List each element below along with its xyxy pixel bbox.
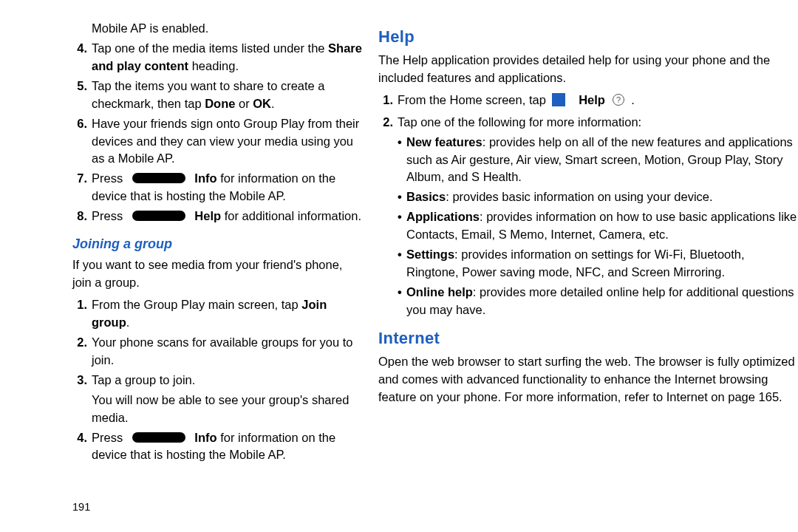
help-question-icon: ? xyxy=(612,93,625,112)
step-text: Your phone scans for available groups fo… xyxy=(92,334,362,369)
step-number: 2. xyxy=(378,114,393,132)
bullet-applications: • Applications: provides information on … xyxy=(378,208,798,244)
apps-grid-icon xyxy=(552,93,565,112)
step-number: 8. xyxy=(72,208,87,225)
page-spread: Mobile AP is enabled. 4. Tap one of the … xyxy=(0,0,798,532)
svg-rect-4 xyxy=(553,98,556,100)
text: Mobile AP is enabled. xyxy=(92,21,208,35)
step-number: 3. xyxy=(72,372,87,389)
step-7: 7. Press Info for information on the dev… xyxy=(72,170,362,205)
mobile-ap-line: Mobile AP is enabled. xyxy=(72,20,362,38)
bullet-mark: • xyxy=(398,208,406,244)
step-number: 4. xyxy=(72,40,87,75)
svg-rect-5 xyxy=(558,98,560,100)
svg-rect-6 xyxy=(562,98,564,100)
step-text: From the Group Play main screen, tap Joi… xyxy=(92,296,362,332)
join-step-3-cont: You will now be able to see your group's… xyxy=(72,392,362,427)
internet-heading: Internet xyxy=(378,327,798,350)
help-intro: The Help application provides detailed h… xyxy=(378,52,798,87)
step-text: Tap a group to join. xyxy=(92,372,362,389)
step-text: Press Info for information on the device… xyxy=(92,429,362,465)
svg-rect-2 xyxy=(558,95,560,97)
step-text: Tap the items you want to share to creat… xyxy=(92,78,362,113)
bullet-mark: • xyxy=(398,134,406,187)
left-column: Mobile AP is enabled. 4. Tap one of the … xyxy=(0,18,362,532)
bullet-new-features: • New features: provides help on all of … xyxy=(378,134,798,187)
menu-key-icon xyxy=(132,173,185,183)
right-column: Help The Help application provides detai… xyxy=(362,18,798,532)
step-number: 6. xyxy=(72,115,87,168)
help-step-2: 2. Tap one of the following for more inf… xyxy=(378,114,798,132)
svg-rect-1 xyxy=(553,95,556,97)
bullet-mark: • xyxy=(398,188,406,206)
step-text: Tap one of the media items listed under … xyxy=(92,40,362,75)
bullet-settings: • Settings: provides information on sett… xyxy=(378,246,798,282)
menu-key-icon xyxy=(132,432,185,443)
step-text: Have your friends sign onto Group Play f… xyxy=(92,115,362,168)
step-4: 4. Tap one of the media items listed und… xyxy=(72,40,362,75)
step-number: 5. xyxy=(72,78,87,113)
menu-key-icon xyxy=(132,211,185,221)
svg-rect-7 xyxy=(553,103,556,105)
step-number: 2. xyxy=(72,334,87,369)
step-text: Press Info for information on the device… xyxy=(92,170,362,205)
step-number: 1. xyxy=(72,296,87,332)
svg-rect-9 xyxy=(562,103,564,105)
joining-group-intro: If you want to see media from your frien… xyxy=(72,256,362,292)
svg-rect-3 xyxy=(562,95,564,97)
help-heading: Help xyxy=(378,25,798,49)
step-8: 8. Press Help for additional information… xyxy=(72,208,362,225)
step-number: 7. xyxy=(72,170,87,205)
svg-text:?: ? xyxy=(615,95,620,104)
bullet-basics: • Basics: provides basic information on … xyxy=(378,188,798,206)
join-step-3: 3. Tap a group to join. xyxy=(72,372,362,389)
bullet-mark: • xyxy=(398,246,406,282)
bullet-online-help: • Online help: provides more detailed on… xyxy=(378,284,798,319)
help-step-1: 1. From the Home screen, tap Help ? . xyxy=(378,92,798,112)
svg-rect-8 xyxy=(558,103,560,105)
internet-cross-ref: Internet xyxy=(666,390,708,403)
internet-intro: Open the web browser to start surfing th… xyxy=(378,353,798,406)
step-number: 1. xyxy=(378,92,393,112)
step-5: 5. Tap the items you want to share to cr… xyxy=(72,78,362,113)
joining-group-heading: Joining a group xyxy=(72,234,362,253)
join-step-1: 1. From the Group Play main screen, tap … xyxy=(72,296,362,332)
bullet-mark: • xyxy=(398,284,406,319)
join-step-2: 2. Your phone scans for available groups… xyxy=(72,334,362,369)
page-number: 191 xyxy=(72,499,90,515)
step-6: 6. Have your friends sign onto Group Pla… xyxy=(72,115,362,168)
step-text: From the Home screen, tap Help ? . xyxy=(398,92,798,112)
step-text: Tap one of the following for more inform… xyxy=(398,114,798,132)
step-text: Press Help for additional information. xyxy=(92,208,362,225)
join-step-4: 4. Press Info for information on the dev… xyxy=(72,429,362,465)
step-number: 4. xyxy=(72,429,87,465)
